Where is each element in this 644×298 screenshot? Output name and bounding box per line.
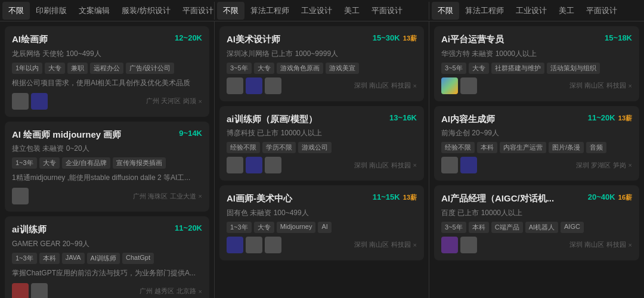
tags-row: 1~3年大专MidjourneyAI xyxy=(227,222,417,233)
job-salary: 15~18K xyxy=(605,33,632,42)
job-footer: 广州 越秀区 北京路× xyxy=(12,283,202,299)
job-card[interactable]: AI绘画师12~20K龙辰网络 天使轮 100~499人1年以内大专兼职远程办公… xyxy=(5,26,209,117)
job-salary: 9~14K xyxy=(179,129,202,138)
company-info: 前海企创 20~99人 xyxy=(441,128,632,138)
job-card[interactable]: AI产品经理（AIGC/对话机...20~40K 16薪百度 已上市 10000… xyxy=(434,185,639,260)
avatar xyxy=(31,93,48,110)
job-tag: 游戏角色原画 xyxy=(277,63,323,74)
nav-tab-2-1[interactable]: 算法工程师 xyxy=(459,2,510,20)
nav-tab-0-1[interactable]: 印刷排版 xyxy=(30,2,73,20)
job-tag: 内容生产运营 xyxy=(500,142,546,153)
job-tag: JAVA xyxy=(62,253,85,264)
tags-row: 3~5年本科C端产品AI机器人AIGC xyxy=(441,222,632,233)
close-button[interactable]: × xyxy=(628,241,632,249)
job-location: 深圳 南山区 科技园× xyxy=(354,81,417,90)
job-column-0: AI绘画师12~20K龙辰网络 天使轮 100~499人1年以内大专兼职远程办公… xyxy=(0,21,215,298)
company-info: 华强方特 未融资 10000人以上 xyxy=(441,49,632,59)
job-tag: 经验不限 xyxy=(441,142,475,153)
job-salary: 11~15K 13薪 xyxy=(373,193,417,202)
nav-tab-1-2[interactable]: 工业设计 xyxy=(295,2,338,20)
job-tag: 图片/条漫 xyxy=(549,142,584,153)
job-card[interactable]: AI 绘画师 midjourney 画师9~14K捷立包装 未融资 0~20人1… xyxy=(5,122,209,212)
avatar xyxy=(460,157,477,173)
job-footer: 深圳 南山区 科技园× xyxy=(227,237,417,253)
nav-tab-0-3[interactable]: 服装/纺织设计 xyxy=(116,2,177,20)
close-button[interactable]: × xyxy=(199,288,202,295)
nav-col-1: 不限算法工程师工业设计美工平面设计 xyxy=(215,2,429,20)
job-card[interactable]: ai训练师（原画/模型）13~16K博彦科技 已上市 10000人以上经验不限学… xyxy=(219,106,424,181)
nav-tab-1-4[interactable]: 平面设计 xyxy=(366,2,408,20)
job-salary: 11~20K 13薪 xyxy=(588,113,632,123)
job-footer: 深圳 南山区 科技园× xyxy=(227,157,417,173)
nav-tab-0-4[interactable]: 平面设计 xyxy=(177,2,219,20)
avatar-group xyxy=(441,77,477,94)
job-title: AI 绘画师 midjourney 画师 xyxy=(12,129,174,141)
close-button[interactable]: × xyxy=(413,82,417,89)
job-header: AI画师-美术中心11~15K 13薪 xyxy=(227,193,417,204)
avatar-group xyxy=(227,157,281,173)
nav-tab-0-2[interactable]: 文案编辑 xyxy=(73,2,116,20)
job-footer: 深圳 南山区 科技园× xyxy=(441,77,632,94)
close-button[interactable]: × xyxy=(199,193,202,200)
job-tag: 大专 xyxy=(254,222,274,233)
job-title: AI画师-美术中心 xyxy=(227,193,368,204)
nav-tab-1-3[interactable]: 美工 xyxy=(338,2,366,20)
job-title: ai训练师（原画/模型） xyxy=(227,113,385,125)
close-button[interactable]: × xyxy=(628,82,632,89)
salary-tag: 13薪 xyxy=(617,114,632,122)
job-card[interactable]: AI美术设计师15~30K 13薪深圳冰川网络 已上市 1000~9999人3~… xyxy=(219,26,424,101)
job-tag: 兼职 xyxy=(67,63,88,74)
job-header: AI内容生成师11~20K 13薪 xyxy=(441,113,632,125)
salary-tag: 13薪 xyxy=(401,35,417,42)
job-tag: 3~5年 xyxy=(441,63,466,74)
job-salary: 13~16K xyxy=(389,113,417,122)
job-card[interactable]: Ai平台运营专员15~18K华强方特 未融资 10000人以上3~5年大专社群搭… xyxy=(434,26,639,101)
avatar xyxy=(265,157,281,173)
nav-tab-2-4[interactable]: 平面设计 xyxy=(580,2,623,20)
location-text: 广州 海珠区 工业大道 xyxy=(133,192,196,201)
job-tag: 音频 xyxy=(586,142,606,153)
nav-tab-2-0[interactable]: 不限 xyxy=(432,2,459,20)
job-desc: 掌握ChatGPT应用的前沿方法与技巧，为业务部门提供A... xyxy=(12,268,202,278)
job-tag: 大专 xyxy=(39,157,60,169)
job-tag: 大专 xyxy=(45,63,65,74)
top-nav: 不限印刷排版文案编辑服装/纺织设计平面设计不限算法工程师工业设计美工平面设计不限… xyxy=(0,0,644,21)
close-button[interactable]: × xyxy=(628,162,632,169)
job-tag: AIGC xyxy=(561,222,584,233)
tags-row: 1年以内大专兼职远程办公广告/设计公司 xyxy=(12,63,202,74)
nav-tab-0-0[interactable]: 不限 xyxy=(2,2,30,20)
job-column-2: Ai平台运营专员15~18K华强方特 未融资 10000人以上3~5年大专社群搭… xyxy=(429,21,644,298)
tags-row: 1~3年本科JAVAAI训练师ChatGpt xyxy=(12,253,202,264)
close-button[interactable]: × xyxy=(413,241,417,249)
job-card[interactable]: AI画师-美术中心11~15K 13薪固有色 未融资 100~499人1~3年大… xyxy=(219,185,424,260)
job-salary: 12~20K xyxy=(175,33,202,42)
job-footer: 广州 天河区 岗顶× xyxy=(12,93,202,110)
nav-tab-2-3[interactable]: 美工 xyxy=(553,2,580,20)
nav-tab-1-1[interactable]: 算法工程师 xyxy=(244,2,295,20)
job-card[interactable]: ai训练师11~20KGAMER GEAR 20~99人1~3年本科JAVAAI… xyxy=(5,216,209,298)
nav-tab-2-2[interactable]: 工业设计 xyxy=(510,2,553,20)
close-button[interactable]: × xyxy=(413,162,417,169)
company-info: 固有色 未融资 100~499人 xyxy=(227,208,417,218)
avatar xyxy=(441,77,458,94)
job-card[interactable]: AI内容生成师11~20K 13薪前海企创 20~99人经验不限本科内容生产运营… xyxy=(434,106,639,181)
avatar xyxy=(246,237,262,253)
job-header: Ai平台运营专员15~18K xyxy=(441,33,632,45)
job-tag: 远程办公 xyxy=(90,63,123,74)
location-text: 深圳 南山区 科技园 xyxy=(354,161,410,170)
avatar xyxy=(441,157,458,173)
job-tag: AI xyxy=(318,222,331,233)
job-location: 深圳 南山区 科技园× xyxy=(569,81,632,90)
salary-tag: 16薪 xyxy=(617,194,632,201)
close-button[interactable]: × xyxy=(199,98,202,105)
avatar xyxy=(265,77,281,94)
job-title: ai训练师 xyxy=(12,224,170,235)
job-tag: 1~3年 xyxy=(12,253,37,264)
job-title: AI产品经理（AIGC/对话机... xyxy=(441,193,583,204)
company-info: GAMER GEAR 20~99人 xyxy=(12,239,202,249)
job-salary: 20~40K 16薪 xyxy=(588,193,632,202)
job-tag: 大专 xyxy=(254,63,274,74)
nav-tab-1-0[interactable]: 不限 xyxy=(217,2,244,20)
company-info: 百度 已上市 10000人以上 xyxy=(441,208,632,218)
job-location: 广州 海珠区 工业大道× xyxy=(133,192,202,201)
